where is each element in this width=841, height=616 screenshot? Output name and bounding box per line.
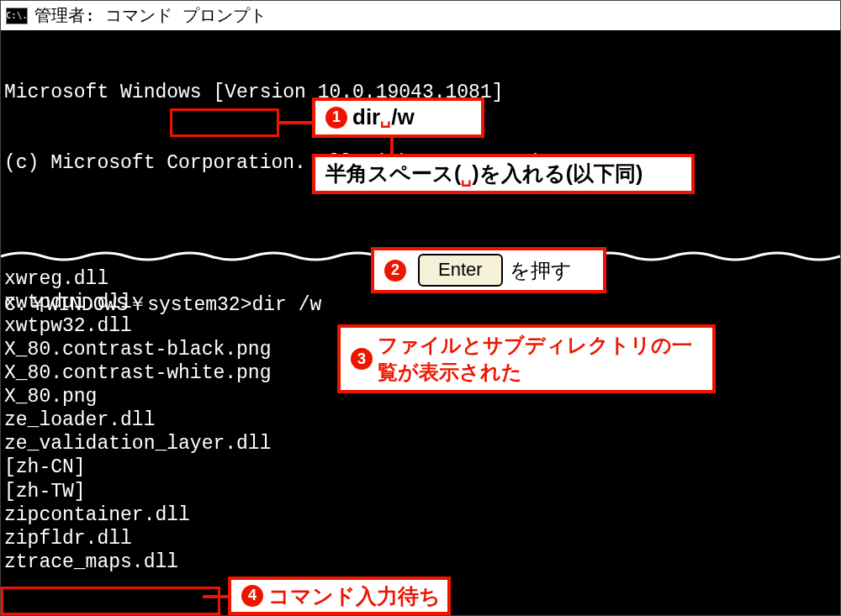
terminal-area[interactable]: Microsoft Windows [Version 10.0.19043.10… [1, 30, 840, 615]
prompt-highlight-box [1, 587, 220, 615]
command-prompt-window: C:\. 管理者: コマンド プロンプト Microsoft Windows [… [0, 0, 841, 616]
file-entry: zipfldr.dll [4, 527, 837, 550]
file-entry: zipcontainer.dll [4, 503, 837, 527]
connector-1 [278, 121, 315, 124]
command-highlight-box [170, 108, 279, 137]
window-title: 管理者: コマンド プロンプト [34, 4, 267, 27]
file-list: xwreg.dllxwtpdui.dllxwtpw32.dllX_80.cont… [4, 267, 837, 574]
callout-4: 4 コマンド入力待ち [228, 577, 451, 615]
file-entry: xwtpdui.dll [4, 291, 837, 314]
badge-1: 1 [325, 107, 347, 129]
file-entry: ze_loader.dll [4, 408, 837, 432]
callout-space-note: 半角スペース(␣)を入れる(以下同) [312, 154, 695, 194]
torn-edge [1, 203, 840, 219]
badge-2: 2 [384, 260, 406, 282]
callout-1: 1 dir␣/w [312, 97, 484, 138]
callout-2: 2 Enter を押す [371, 247, 606, 293]
file-entry: ztrace_maps.dll [4, 550, 837, 574]
enter-key: Enter [418, 254, 503, 287]
file-entry: [zh-CN] [4, 455, 837, 479]
titlebar: C:\. 管理者: コマンド プロンプト [1, 1, 840, 30]
badge-3: 3 [351, 348, 373, 370]
cmd-icon: C:\. [6, 8, 28, 24]
badge-4: 4 [241, 585, 263, 607]
file-entry: ze_validation_layer.dll [4, 432, 837, 455]
callout-3: 3 ファイルとサブディレクトリの一覧が表示された [337, 324, 716, 393]
file-entry: [zh-TW] [4, 480, 837, 503]
